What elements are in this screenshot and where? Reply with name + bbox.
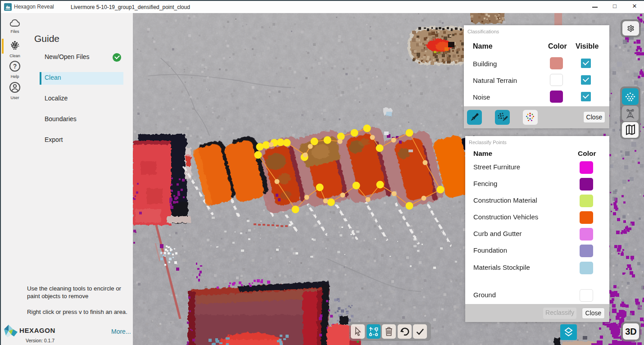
- svg-text:?: ?: [13, 63, 17, 70]
